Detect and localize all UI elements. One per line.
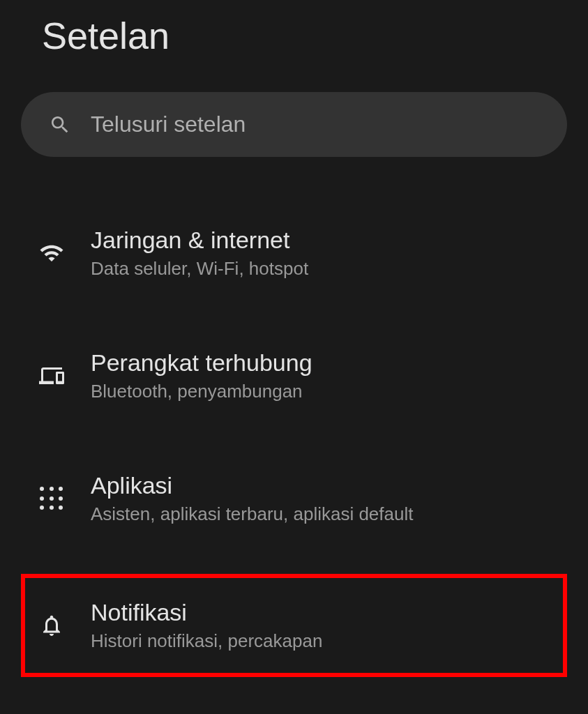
settings-item-apps[interactable]: Aplikasi Asisten, aplikasi terbaru, apli… <box>21 451 567 546</box>
devices-icon <box>35 359 68 393</box>
wifi-icon <box>35 236 68 270</box>
item-text: Notifikasi Histori notifikasi, percakapa… <box>91 599 322 652</box>
item-title: Perangkat terhubung <box>91 349 312 377</box>
item-text: Perangkat terhubung Bluetooth, penyambun… <box>91 349 312 402</box>
settings-item-devices[interactable]: Perangkat terhubung Bluetooth, penyambun… <box>21 328 567 423</box>
settings-item-notifications[interactable]: Notifikasi Histori notifikasi, percakapa… <box>21 574 567 677</box>
settings-item-network[interactable]: Jaringan & internet Data seluler, Wi-Fi,… <box>21 206 567 301</box>
item-subtitle: Histori notifikasi, percakapan <box>91 630 322 652</box>
settings-list: Jaringan & internet Data seluler, Wi-Fi,… <box>0 206 588 677</box>
search-bar[interactable]: Telusuri setelan <box>21 92 567 157</box>
bell-icon <box>35 609 68 642</box>
item-title: Notifikasi <box>91 599 322 626</box>
item-title: Jaringan & internet <box>91 227 308 254</box>
page-title: Setelan <box>0 0 588 57</box>
item-subtitle: Bluetooth, penyambungan <box>91 381 312 402</box>
search-placeholder: Telusuri setelan <box>91 112 246 137</box>
item-subtitle: Asisten, aplikasi terbaru, aplikasi defa… <box>91 503 413 525</box>
search-icon <box>49 114 71 136</box>
item-text: Aplikasi Asisten, aplikasi terbaru, apli… <box>91 472 413 525</box>
item-title: Aplikasi <box>91 472 413 499</box>
item-subtitle: Data seluler, Wi-Fi, hotspot <box>91 258 308 280</box>
apps-icon <box>35 482 68 515</box>
item-text: Jaringan & internet Data seluler, Wi-Fi,… <box>91 227 308 280</box>
